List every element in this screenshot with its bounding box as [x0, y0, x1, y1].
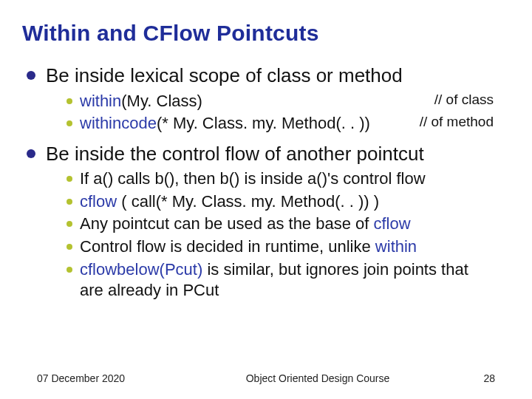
- footer-page: 28: [451, 372, 495, 384]
- text-pre: Any pointcut can be used as the base of: [80, 214, 374, 233]
- bullet-1: Be inside lexical scope of class or meth…: [27, 64, 510, 88]
- bullet-icon: [27, 71, 35, 80]
- footer-date: 07 December 2020: [37, 372, 185, 384]
- code-text: (* My. Class. my. Method(. . )): [157, 114, 370, 132]
- sub-text: Control flow is decided in runtime, unli…: [80, 236, 417, 258]
- keyword-cflowbelow: cflowbelow(Pcut): [80, 260, 202, 279]
- keyword-cflow: cflow: [80, 192, 117, 211]
- subbullet-icon: [66, 244, 72, 250]
- bullet-1-sublist: within(My. Class) // of class withincode…: [66, 91, 510, 134]
- bullet-icon: [27, 149, 35, 158]
- bullet-2: Be inside the control flow of another po…: [27, 142, 510, 166]
- withincode-row: withincode(* My. Class. my. Method(. . )…: [80, 113, 494, 134]
- sub-text: Any pointcut can be used as the base of …: [80, 214, 411, 235]
- subbullet-icon: [66, 176, 72, 182]
- comment-text: // of method: [420, 113, 494, 134]
- subbullet-icon: [66, 199, 72, 205]
- keyword-within: within: [80, 92, 121, 110]
- slide-title: Within and CFlow Pointcuts: [22, 21, 510, 46]
- footer-course: Object Oriented Design Course: [185, 372, 451, 384]
- sub-text: cflowbelow(Pcut) is similar, but ignores…: [80, 259, 494, 301]
- subbullet-icon: [66, 120, 72, 126]
- list-item: Any pointcut can be used as the base of …: [66, 214, 510, 235]
- sub-text: If a() calls b(), then b() is inside a()…: [80, 168, 426, 190]
- subbullet-icon: [66, 98, 72, 104]
- keyword-cflow: cflow: [374, 214, 411, 233]
- bullet-2-text: Be inside the control flow of another po…: [46, 142, 424, 166]
- list-item: withincode(* My. Class. my. Method(. . )…: [66, 113, 510, 134]
- code-text: (My. Class): [121, 92, 202, 110]
- text-pre: Control flow is decided in runtime, unli…: [80, 237, 375, 256]
- slide: Within and CFlow Pointcuts Be inside lex…: [0, 0, 532, 399]
- subbullet-icon: [66, 221, 72, 227]
- list-item: Control flow is decided in runtime, unli…: [66, 236, 510, 258]
- bullet-1-text: Be inside lexical scope of class or meth…: [46, 64, 403, 88]
- list-item: If a() calls b(), then b() is inside a()…: [66, 168, 510, 190]
- list-item: cflowbelow(Pcut) is similar, but ignores…: [66, 259, 510, 301]
- subbullet-icon: [66, 267, 72, 273]
- sub-text: cflow ( call(* My. Class. my. Method(. .…: [80, 191, 379, 213]
- code-text: ( call(* My. Class. my. Method(. . )) ): [117, 192, 379, 211]
- keyword-within: within: [375, 237, 417, 256]
- bullet-2-sublist: If a() calls b(), then b() is inside a()…: [66, 168, 510, 301]
- comment-text: // of class: [434, 91, 494, 112]
- keyword-withincode: withincode: [80, 114, 157, 132]
- slide-footer: 07 December 2020 Object Oriented Design …: [0, 372, 532, 384]
- list-item: within(My. Class) // of class: [66, 91, 510, 112]
- list-item: cflow ( call(* My. Class. my. Method(. .…: [66, 191, 510, 213]
- within-row: within(My. Class) // of class: [80, 91, 494, 112]
